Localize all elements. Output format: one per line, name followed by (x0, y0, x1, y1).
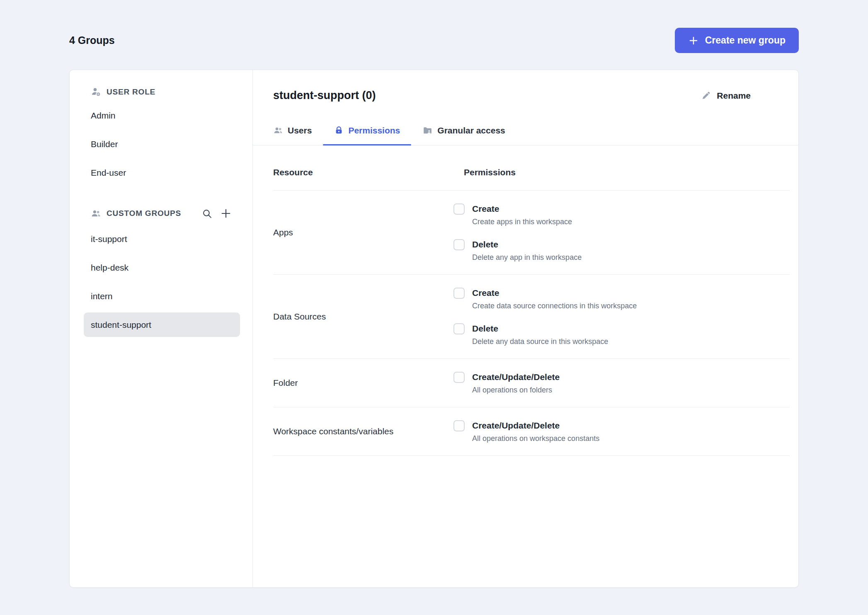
apps-create-checkbox[interactable] (453, 203, 465, 215)
add-group-button[interactable] (219, 206, 233, 220)
permission-item: Create/Update/Delete All operations on w… (453, 420, 599, 443)
custom-groups-list: it-support help-desk intern student-supp… (84, 227, 240, 337)
permission-item: Create/Update/Delete All operations on f… (453, 371, 560, 395)
permission-description: All operations on folders (472, 385, 560, 395)
user-role-list: Admin Builder End-user (84, 103, 240, 185)
topbar: 4 Groups Create new group (69, 28, 799, 53)
workspace-constants-create-update-delete-checkbox[interactable] (453, 420, 465, 431)
folder-icon (422, 125, 433, 136)
permissions-column-header: Permissions (453, 167, 516, 177)
permission-item: Create Create apps in this workspace (453, 203, 582, 226)
user-role-section-header: USER ROLE (84, 87, 240, 97)
person-gear-icon (91, 87, 101, 97)
rename-label: Rename (717, 91, 751, 101)
resource-name: Apps (273, 228, 453, 237)
permission-label: Create (472, 203, 572, 214)
user-role-section-label: USER ROLE (107, 87, 155, 97)
permission-item: Create Create data source connections in… (453, 287, 637, 310)
permission-description: Delete any data source in this workspace (472, 337, 608, 346)
tab-users-label: Users (288, 126, 312, 136)
groups-card: USER ROLE Admin Builder End-user CUSTOM … (69, 70, 799, 588)
tab-permissions[interactable]: Permissions (323, 125, 411, 145)
lock-icon (334, 126, 344, 135)
people-icon (91, 208, 101, 219)
groups-sidebar: USER ROLE Admin Builder End-user CUSTOM … (70, 70, 253, 587)
permissions-table: Resource Permissions Apps Create Create … (273, 145, 790, 456)
tab-granular-access-label: Granular access (437, 126, 505, 136)
group-detail-panel: student-support (0) Rename Users Permiss… (253, 70, 798, 587)
group-detail-header: student-support (0) Rename (253, 70, 798, 102)
data-sources-create-checkbox[interactable] (453, 288, 465, 299)
group-title: student-support (0) (273, 89, 376, 102)
permission-item: Delete Delete any data source in this wo… (453, 323, 637, 346)
sidebar-item-help-desk[interactable]: help-desk (84, 255, 240, 280)
permission-description: Create apps in this workspace (472, 217, 572, 226)
permission-label: Delete (472, 323, 608, 334)
resource-column-header: Resource (273, 167, 453, 177)
create-new-group-label: Create new group (705, 35, 786, 46)
search-groups-button[interactable] (201, 207, 213, 220)
sidebar-item-intern[interactable]: intern (84, 284, 240, 308)
tab-granular-access[interactable]: Granular access (411, 125, 516, 145)
create-new-group-button[interactable]: Create new group (675, 28, 799, 53)
table-row-apps: Apps Create Create apps in this workspac… (273, 191, 790, 275)
page-title: 4 Groups (69, 34, 115, 46)
table-row-data-sources: Data Sources Create Create data source c… (273, 275, 790, 359)
permission-label: Create/Update/Delete (472, 371, 560, 383)
group-tabs: Users Permissions Granular access (253, 125, 798, 145)
plus-icon (688, 35, 699, 46)
resource-name: Folder (273, 378, 453, 388)
table-row-folder: Folder Create/Update/Delete All operatio… (273, 359, 790, 407)
permission-label: Delete (472, 239, 582, 250)
sidebar-item-end-user[interactable]: End-user (84, 160, 240, 185)
permissions-table-header: Resource Permissions (273, 145, 790, 191)
permission-description: All operations on workspace constants (472, 434, 599, 443)
sidebar-item-it-support[interactable]: it-support (84, 227, 240, 251)
plus-icon (220, 208, 232, 219)
pencil-icon (701, 90, 711, 101)
permission-label: Create/Update/Delete (472, 420, 599, 431)
permission-description: Create data source connections in this w… (472, 301, 637, 310)
tab-permissions-label: Permissions (348, 126, 400, 136)
permission-description: Delete any app in this workspace (472, 253, 582, 262)
apps-delete-checkbox[interactable] (453, 239, 465, 250)
table-row-workspace-constants: Workspace constants/variables Create/Upd… (273, 407, 790, 456)
search-icon (202, 208, 212, 219)
tab-users[interactable]: Users (273, 125, 323, 145)
users-icon (273, 126, 283, 136)
sidebar-item-admin[interactable]: Admin (84, 103, 240, 128)
sidebar-item-builder[interactable]: Builder (84, 132, 240, 156)
custom-groups-section-label: CUSTOM GROUPS (107, 209, 181, 218)
permission-item: Delete Delete any app in this workspace (453, 239, 582, 262)
rename-group-button[interactable]: Rename (701, 90, 751, 101)
permission-label: Create (472, 287, 637, 298)
data-sources-delete-checkbox[interactable] (453, 323, 465, 334)
resource-name: Data Sources (273, 312, 453, 322)
custom-groups-section-header: CUSTOM GROUPS (84, 206, 240, 220)
sidebar-item-student-support[interactable]: student-support (84, 312, 240, 337)
folder-create-update-delete-checkbox[interactable] (453, 372, 465, 383)
resource-name: Workspace constants/variables (273, 426, 453, 436)
